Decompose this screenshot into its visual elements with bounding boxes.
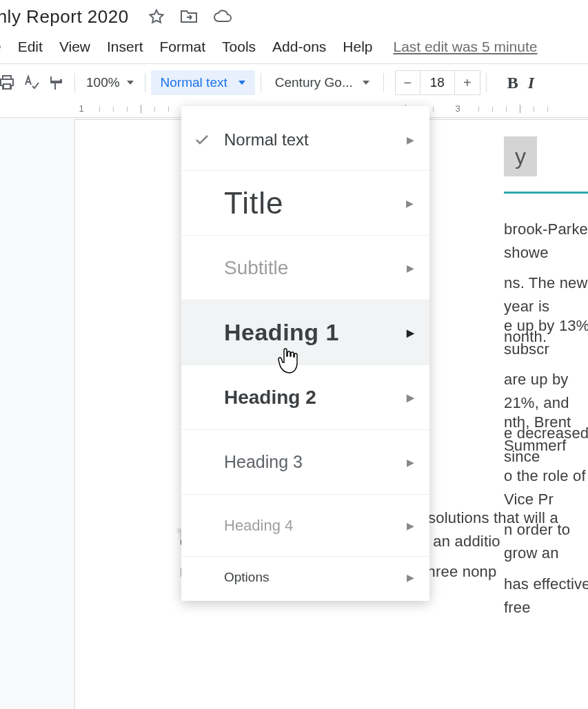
paragraph-style-menu: Normal text ▶ Title ▶ Subtitle ▶ Heading… (181, 106, 429, 601)
style-option-subtitle[interactable]: Subtitle ▶ (181, 236, 429, 300)
print-icon[interactable] (0, 70, 19, 95)
chevron-down-icon (127, 81, 134, 85)
separator (74, 73, 75, 92)
toolbar: 100% Normal text Century Go... − 18 + B … (0, 64, 588, 100)
chevron-down-icon (239, 81, 245, 85)
body-line: ns. The new year is (504, 271, 588, 318)
menu-insert[interactable]: Insert (99, 34, 152, 59)
style-option-label: Heading 1 (224, 319, 339, 346)
svg-rect-1 (3, 84, 10, 89)
submenu-arrow-icon: ▶ (407, 457, 414, 468)
body-line: e up by 13%, subscr (504, 314, 588, 361)
style-option-label: Heading 2 (224, 387, 316, 409)
paragraph-style-dropdown[interactable]: Normal text (151, 70, 255, 95)
submenu-arrow-icon: ▶ (407, 327, 415, 338)
move-to-folder-icon[interactable] (180, 9, 198, 24)
style-option-heading-3[interactable]: Heading 3 ▶ (181, 430, 429, 495)
body-line: nth, Brent Summerf (504, 411, 588, 458)
ruler-mark: 3 (455, 103, 460, 114)
separator (145, 73, 145, 92)
star-icon[interactable] (148, 8, 165, 25)
separator (383, 73, 384, 92)
style-option-options[interactable]: Options ▶ (181, 557, 429, 598)
style-option-title[interactable]: Title ▶ (181, 171, 429, 236)
last-edit-link[interactable]: Last edit was 5 minute (394, 39, 538, 55)
selected-heading-fragment: y (504, 136, 537, 176)
menu-file[interactable]: e (0, 34, 10, 59)
submenu-arrow-icon: ▶ (407, 134, 414, 145)
checkmark-icon (195, 134, 209, 145)
style-option-heading-4[interactable]: Heading 4 ▶ (181, 495, 429, 557)
menu-addons[interactable]: Add-ons (264, 34, 334, 59)
title-bar: onthly Report 2020 (0, 0, 588, 33)
body-line: are up by 21%, and (504, 368, 588, 415)
submenu-arrow-icon: ▶ (406, 198, 414, 209)
body-line: o the role of Vice Pr (504, 464, 588, 511)
font-size-value[interactable]: 18 (420, 71, 455, 94)
separator (261, 73, 261, 92)
style-option-label: Heading 4 (224, 517, 293, 535)
menu-bar: e Edit View Insert Format Tools Add-ons … (0, 33, 588, 61)
submenu-arrow-icon: ▶ (407, 520, 414, 531)
style-option-label: Subtitle (224, 257, 288, 279)
body-line: brook-Parker showe (504, 218, 588, 265)
body-line: solutions that will a (428, 509, 558, 526)
style-option-heading-1[interactable]: Heading 1 ▶ (181, 300, 429, 365)
heading-underline (504, 192, 588, 194)
style-option-label: Title (224, 186, 284, 220)
cloud-status-icon[interactable] (213, 10, 232, 23)
font-family-dropdown[interactable]: Century Go... (267, 75, 378, 90)
increase-font-size-button[interactable]: + (455, 71, 480, 94)
bold-button[interactable]: B (500, 74, 525, 92)
separator (486, 73, 487, 92)
style-option-label: Options (224, 570, 269, 585)
menu-help[interactable]: Help (334, 34, 381, 59)
chevron-down-icon (363, 81, 369, 85)
style-label: Normal text (161, 75, 227, 90)
font-size-group: − 18 + (395, 70, 480, 95)
style-option-normal-text[interactable]: Normal text ▶ (181, 109, 429, 171)
document-title[interactable]: onthly Report 2020 (0, 6, 129, 28)
style-option-label: Normal text (224, 130, 309, 150)
submenu-arrow-icon: ▶ (407, 572, 414, 583)
menu-format[interactable]: Format (152, 34, 214, 59)
style-option-label: Heading 3 (224, 452, 303, 472)
paint-format-icon[interactable] (44, 70, 69, 95)
font-label: Century Go... (275, 75, 353, 90)
menu-view[interactable]: View (51, 34, 99, 59)
menu-edit[interactable]: Edit (10, 34, 51, 59)
zoom-value: 100% (86, 75, 120, 90)
submenu-arrow-icon: ▶ (407, 392, 414, 403)
decrease-font-size-button[interactable]: − (396, 71, 420, 94)
menu-tools[interactable]: Tools (214, 34, 264, 59)
style-option-heading-2[interactable]: Heading 2 ▶ (181, 365, 429, 430)
spellcheck-icon[interactable] (19, 70, 44, 95)
ruler-mark: 1 (79, 103, 83, 114)
zoom-dropdown[interactable]: 100% (81, 75, 139, 90)
italic-button[interactable]: I (528, 74, 542, 92)
submenu-arrow-icon: ▶ (407, 263, 414, 274)
